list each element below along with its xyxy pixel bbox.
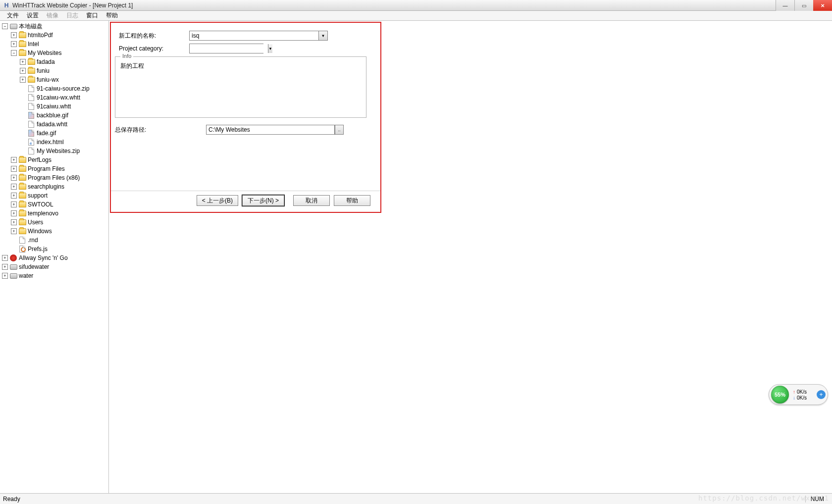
app-icon: H: [3, 2, 10, 9]
tree-pane[interactable]: −本地磁盘 +htmltoPdf+Intel−My Websites+fadad…: [0, 21, 109, 493]
network-widget[interactable]: 55% 0K/s 0K/s +: [769, 384, 828, 405]
tree-label: backblue.gif: [37, 111, 68, 120]
back-button[interactable]: < 上一步(B): [197, 195, 238, 206]
tree-node[interactable]: +Windows: [0, 227, 108, 236]
menu-file[interactable]: 文件: [3, 11, 23, 20]
tree-expander[interactable]: +: [20, 68, 26, 74]
network-plus-button[interactable]: +: [817, 390, 826, 399]
folder-icon: [27, 67, 35, 74]
tree-node[interactable]: +templenovo: [0, 209, 108, 218]
folder-icon: [18, 192, 26, 199]
tree-expander[interactable]: +: [11, 32, 17, 38]
tree-expander[interactable]: +: [11, 228, 17, 234]
menubar: 文件 设置 镜像 日志 窗口 帮助: [0, 11, 832, 21]
folder-icon: [18, 156, 26, 163]
folder-icon: [18, 228, 26, 235]
tree-node[interactable]: fadada.whtt: [0, 120, 108, 129]
tree-expander[interactable]: +: [2, 264, 8, 270]
save-path-input[interactable]: [206, 125, 335, 135]
tree-node[interactable]: +support: [0, 191, 108, 200]
project-category-input[interactable]: [190, 44, 268, 53]
help-button[interactable]: 帮助: [334, 195, 370, 206]
tree-node[interactable]: index.html: [0, 138, 108, 147]
tree-node[interactable]: +Program Files (x86): [0, 173, 108, 182]
tree-label: fadada.whtt: [37, 120, 67, 129]
sync-icon: [9, 254, 17, 261]
project-category-combo[interactable]: ▼: [189, 44, 263, 53]
tree-expander[interactable]: −: [11, 50, 17, 56]
tree-expander[interactable]: +: [2, 273, 8, 279]
disk-icon: [9, 272, 17, 279]
tree-node[interactable]: +Users: [0, 218, 108, 227]
tree-node[interactable]: +PerfLogs: [0, 155, 108, 164]
tree-expander-blank: [11, 246, 17, 252]
tree-node[interactable]: +Allway Sync 'n' Go: [0, 253, 108, 262]
browse-button[interactable]: ..: [335, 125, 344, 135]
network-stats: 0K/s 0K/s: [793, 389, 807, 401]
minimize-button[interactable]: —: [776, 0, 794, 11]
tree-label: 91caiwu-wx.whtt: [37, 93, 80, 102]
project-category-drop-icon[interactable]: ▼: [268, 44, 272, 53]
prefs-file-icon: [18, 246, 26, 252]
project-name-drop-icon[interactable]: ▼: [318, 31, 327, 40]
tree-expander[interactable]: +: [11, 184, 17, 190]
tree-expander[interactable]: +: [11, 202, 17, 207]
tree-node[interactable]: Prefs.js: [0, 245, 108, 253]
tree-label: Allway Sync 'n' Go: [19, 253, 68, 262]
tree-label: htmltoPdf: [28, 31, 53, 40]
tree-expander[interactable]: +: [20, 77, 26, 83]
maximize-button[interactable]: ▭: [794, 0, 813, 11]
network-percent-badge: 55%: [771, 386, 789, 403]
tree-expander[interactable]: +: [11, 157, 17, 163]
tree-node[interactable]: +water: [0, 271, 108, 280]
tree-expander[interactable]: +: [20, 59, 26, 65]
tree-node[interactable]: 91caiwu.whtt: [0, 102, 108, 111]
tree-label: fade.gif: [37, 129, 56, 138]
tree-node[interactable]: −本地磁盘: [0, 22, 108, 31]
tree-node[interactable]: +Program Files: [0, 164, 108, 173]
tree-node[interactable]: +htmltoPdf: [0, 31, 108, 40]
tree-node[interactable]: 91caiwu-wx.whtt: [0, 93, 108, 102]
disk-icon: [9, 263, 17, 270]
tree-expander[interactable]: −: [2, 23, 8, 29]
close-button[interactable]: ✕: [813, 0, 832, 11]
tree-node[interactable]: +funiu-wx: [0, 75, 108, 84]
tree-node[interactable]: My Websites.zip: [0, 147, 108, 155]
menu-window[interactable]: 窗口: [82, 11, 102, 20]
tree-expander[interactable]: +: [11, 219, 17, 225]
tree-node[interactable]: −My Websites: [0, 49, 108, 57]
tree-expander[interactable]: +: [11, 193, 17, 199]
tree-expander[interactable]: +: [11, 210, 17, 216]
tree-node[interactable]: +funiu: [0, 66, 108, 75]
tree-expander[interactable]: +: [2, 255, 8, 261]
tree-node[interactable]: +sifudewater: [0, 262, 108, 271]
tree-expander[interactable]: +: [11, 175, 17, 181]
html-file-icon: [27, 139, 35, 146]
folder-icon: [18, 219, 26, 226]
menu-log[interactable]: 日志: [62, 11, 82, 20]
tree-node[interactable]: +searchplugins: [0, 182, 108, 191]
project-name-input[interactable]: [190, 31, 318, 40]
tree-label: Windows: [28, 227, 52, 236]
menu-help[interactable]: 帮助: [102, 11, 122, 20]
project-name-combo[interactable]: ▼: [189, 31, 328, 41]
tree-node[interactable]: fade.gif: [0, 129, 108, 138]
wizard-footer: < 上一步(B) 下一步(N) > 取消 帮助: [111, 191, 380, 212]
tree-node[interactable]: +Intel: [0, 40, 108, 49]
app-title: WinHTTrack Website Copier - [New Project…: [12, 2, 133, 9]
tree-label: fadada: [37, 57, 55, 66]
tree-node[interactable]: .rnd: [0, 236, 108, 245]
wizard-panel: 新工程的名称: ▼ Project category: ▼ Info 新的工程: [110, 22, 381, 213]
cancel-button[interactable]: 取消: [293, 195, 330, 206]
tree-node[interactable]: 91-caiwu-source.zip: [0, 84, 108, 93]
menu-settings[interactable]: 设置: [23, 11, 43, 20]
tree-node[interactable]: +fadada: [0, 57, 108, 66]
next-button[interactable]: 下一步(N) >: [242, 195, 284, 206]
menu-mirror[interactable]: 镜像: [43, 11, 62, 20]
file-icon: [27, 103, 35, 110]
tree-node[interactable]: +SWTOOL: [0, 200, 108, 209]
project-name-label: 新工程的名称:: [115, 32, 189, 40]
tree-expander[interactable]: +: [11, 166, 17, 172]
tree-node[interactable]: backblue.gif: [0, 111, 108, 120]
tree-expander[interactable]: +: [11, 41, 17, 47]
